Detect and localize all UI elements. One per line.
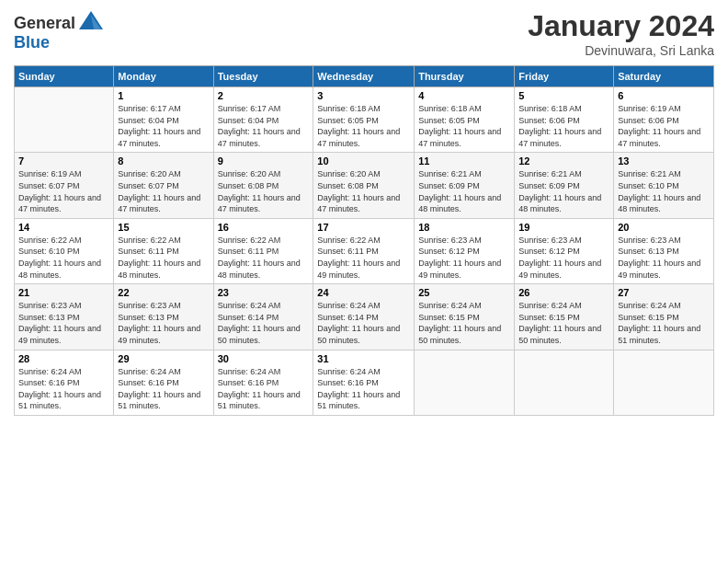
day-detail: Sunrise: 6:20 AM Sunset: 6:07 PM Dayligh… xyxy=(118,168,209,214)
sunrise: Sunrise: 6:24 AM xyxy=(317,301,381,310)
day-cell: 20 Sunrise: 6:23 AM Sunset: 6:13 PM Dayl… xyxy=(614,218,714,283)
sunset: Sunset: 6:13 PM xyxy=(118,313,179,322)
day-number: 5 xyxy=(518,90,609,101)
sunrise: Sunrise: 6:24 AM xyxy=(218,367,281,376)
daylight: Daylight: 11 hours and 51 minutes. xyxy=(118,390,200,411)
day-number: 31 xyxy=(317,353,410,364)
sunset: Sunset: 6:10 PM xyxy=(618,181,679,190)
day-detail: Sunrise: 6:24 AM Sunset: 6:16 PM Dayligh… xyxy=(118,366,209,412)
day-number: 11 xyxy=(418,155,510,167)
header-row: General Blue January 2024 Devinuwara, Sr… xyxy=(14,9,714,58)
col-sunday: Sunday xyxy=(15,66,114,87)
day-number: 24 xyxy=(317,287,410,298)
day-cell: 14 Sunrise: 6:22 AM Sunset: 6:10 PM Dayl… xyxy=(15,218,114,283)
daylight: Daylight: 11 hours and 49 minutes. xyxy=(518,259,601,280)
day-cell: 22 Sunrise: 6:23 AM Sunset: 6:13 PM Dayl… xyxy=(114,284,213,350)
day-detail: Sunrise: 6:24 AM Sunset: 6:14 PM Dayligh… xyxy=(317,300,410,346)
day-number: 1 xyxy=(118,90,209,101)
sunset: Sunset: 6:09 PM xyxy=(418,181,480,190)
day-number: 20 xyxy=(618,222,710,233)
sunset: Sunset: 6:06 PM xyxy=(518,116,580,125)
sunset: Sunset: 6:15 PM xyxy=(418,313,480,322)
day-detail: Sunrise: 6:18 AM Sunset: 6:05 PM Dayligh… xyxy=(317,103,410,149)
day-detail: Sunrise: 6:23 AM Sunset: 6:12 PM Dayligh… xyxy=(518,235,609,281)
day-cell: 31 Sunrise: 6:24 AM Sunset: 6:16 PM Dayl… xyxy=(313,350,415,415)
day-detail: Sunrise: 6:24 AM Sunset: 6:15 PM Dayligh… xyxy=(518,300,609,346)
daylight: Daylight: 11 hours and 48 minutes. xyxy=(118,259,200,280)
daylight: Daylight: 11 hours and 47 minutes. xyxy=(518,127,601,148)
day-cell: 12 Sunrise: 6:21 AM Sunset: 6:09 PM Dayl… xyxy=(515,153,614,218)
day-number: 16 xyxy=(218,222,310,233)
day-cell: 30 Sunrise: 6:24 AM Sunset: 6:16 PM Dayl… xyxy=(213,350,313,415)
day-number: 30 xyxy=(218,353,310,364)
col-tuesday: Tuesday xyxy=(213,66,313,87)
col-thursday: Thursday xyxy=(415,66,515,87)
day-number: 3 xyxy=(317,90,410,101)
day-cell xyxy=(614,350,714,415)
day-number: 8 xyxy=(118,155,209,167)
day-cell xyxy=(415,350,515,415)
sunrise: Sunrise: 6:24 AM xyxy=(18,367,82,376)
day-detail: Sunrise: 6:21 AM Sunset: 6:09 PM Dayligh… xyxy=(418,168,510,214)
day-cell: 6 Sunrise: 6:19 AM Sunset: 6:06 PM Dayli… xyxy=(614,87,714,153)
sunset: Sunset: 6:16 PM xyxy=(18,378,80,387)
day-detail: Sunrise: 6:17 AM Sunset: 6:04 PM Dayligh… xyxy=(218,103,310,149)
day-detail: Sunrise: 6:23 AM Sunset: 6:13 PM Dayligh… xyxy=(118,300,209,346)
daylight: Daylight: 11 hours and 48 minutes. xyxy=(218,259,301,280)
day-detail: Sunrise: 6:24 AM Sunset: 6:14 PM Dayligh… xyxy=(218,300,310,346)
sunset: Sunset: 6:04 PM xyxy=(218,116,279,125)
day-cell: 23 Sunrise: 6:24 AM Sunset: 6:14 PM Dayl… xyxy=(213,284,313,350)
sunset: Sunset: 6:08 PM xyxy=(317,181,379,190)
week-row-2: 7 Sunrise: 6:19 AM Sunset: 6:07 PM Dayli… xyxy=(15,153,714,218)
sunset: Sunset: 6:09 PM xyxy=(518,181,580,190)
day-cell: 21 Sunrise: 6:23 AM Sunset: 6:13 PM Dayl… xyxy=(15,284,114,350)
sunset: Sunset: 6:13 PM xyxy=(18,313,80,322)
sunset: Sunset: 6:12 PM xyxy=(418,247,480,256)
daylight: Daylight: 11 hours and 51 minutes. xyxy=(618,324,700,345)
sunrise: Sunrise: 6:22 AM xyxy=(317,236,381,245)
day-cell: 15 Sunrise: 6:22 AM Sunset: 6:11 PM Dayl… xyxy=(114,218,213,283)
day-cell: 5 Sunrise: 6:18 AM Sunset: 6:06 PM Dayli… xyxy=(515,87,614,153)
day-cell: 29 Sunrise: 6:24 AM Sunset: 6:16 PM Dayl… xyxy=(114,350,213,415)
sunset: Sunset: 6:13 PM xyxy=(618,247,679,256)
day-number: 29 xyxy=(118,353,209,364)
day-detail: Sunrise: 6:24 AM Sunset: 6:16 PM Dayligh… xyxy=(317,366,410,412)
sunrise: Sunrise: 6:17 AM xyxy=(218,104,281,113)
daylight: Daylight: 11 hours and 50 minutes. xyxy=(518,324,601,345)
sunrise: Sunrise: 6:24 AM xyxy=(418,301,482,310)
day-detail: Sunrise: 6:22 AM Sunset: 6:11 PM Dayligh… xyxy=(317,235,410,281)
day-cell: 17 Sunrise: 6:22 AM Sunset: 6:11 PM Dayl… xyxy=(313,218,415,283)
daylight: Daylight: 11 hours and 48 minutes. xyxy=(518,193,601,214)
sunrise: Sunrise: 6:17 AM xyxy=(118,104,181,113)
sunrise: Sunrise: 6:19 AM xyxy=(618,104,681,113)
daylight: Daylight: 11 hours and 50 minutes. xyxy=(218,324,301,345)
daylight: Daylight: 11 hours and 50 minutes. xyxy=(317,324,400,345)
sunrise: Sunrise: 6:18 AM xyxy=(317,104,381,113)
logo-icon xyxy=(77,9,105,37)
sunset: Sunset: 6:08 PM xyxy=(218,181,279,190)
sunset: Sunset: 6:10 PM xyxy=(18,247,80,256)
week-row-3: 14 Sunrise: 6:22 AM Sunset: 6:10 PM Dayl… xyxy=(15,218,714,283)
day-detail: Sunrise: 6:22 AM Sunset: 6:11 PM Dayligh… xyxy=(218,235,310,281)
sunset: Sunset: 6:06 PM xyxy=(618,116,679,125)
day-number: 19 xyxy=(518,222,609,233)
day-cell xyxy=(515,350,614,415)
day-cell: 10 Sunrise: 6:20 AM Sunset: 6:08 PM Dayl… xyxy=(313,153,415,218)
day-cell: 4 Sunrise: 6:18 AM Sunset: 6:05 PM Dayli… xyxy=(415,87,515,153)
day-cell: 19 Sunrise: 6:23 AM Sunset: 6:12 PM Dayl… xyxy=(515,218,614,283)
day-detail: Sunrise: 6:21 AM Sunset: 6:09 PM Dayligh… xyxy=(518,168,609,214)
sunset: Sunset: 6:05 PM xyxy=(317,116,379,125)
week-row-5: 28 Sunrise: 6:24 AM Sunset: 6:16 PM Dayl… xyxy=(15,350,714,415)
daylight: Daylight: 11 hours and 47 minutes. xyxy=(317,127,400,148)
day-cell xyxy=(15,87,114,153)
daylight: Daylight: 11 hours and 51 minutes. xyxy=(18,390,101,411)
sunrise: Sunrise: 6:24 AM xyxy=(118,367,181,376)
day-detail: Sunrise: 6:20 AM Sunset: 6:08 PM Dayligh… xyxy=(317,168,410,214)
sunset: Sunset: 6:15 PM xyxy=(618,313,679,322)
daylight: Daylight: 11 hours and 47 minutes. xyxy=(218,127,301,148)
col-saturday: Saturday xyxy=(614,66,714,87)
daylight: Daylight: 11 hours and 47 minutes. xyxy=(118,127,200,148)
sunset: Sunset: 6:05 PM xyxy=(418,116,480,125)
sunrise: Sunrise: 6:21 AM xyxy=(418,169,482,178)
day-number: 18 xyxy=(418,222,510,233)
